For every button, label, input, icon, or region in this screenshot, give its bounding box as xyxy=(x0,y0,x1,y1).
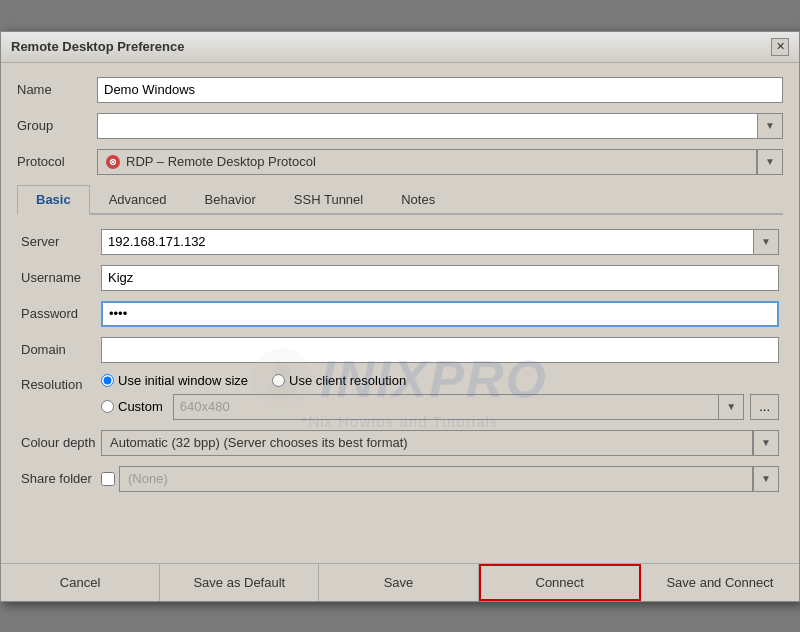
protocol-dropdown-btn[interactable]: ▼ xyxy=(757,149,783,175)
tab-panel: INIXPRO *Nix Howtos and Tutorials Server… xyxy=(17,229,783,549)
dialog-footer: Cancel Save as Default Save Connect Save… xyxy=(1,563,799,601)
tabs-bar: Basic Advanced Behavior SSH Tunnel Notes xyxy=(17,185,783,215)
domain-row: Domain xyxy=(21,337,779,363)
server-input[interactable] xyxy=(101,229,753,255)
group-dropdown-btn[interactable]: ▼ xyxy=(757,113,783,139)
custom-resolution-row: Custom ▼ ... xyxy=(101,394,779,420)
dialog-title: Remote Desktop Preference xyxy=(11,39,184,54)
share-value: (None) xyxy=(128,471,168,486)
password-row: Password xyxy=(21,301,779,327)
protocol-display: ⊗ RDP – Remote Desktop Protocol xyxy=(97,149,757,175)
save-connect-button[interactable]: Save and Connect xyxy=(641,564,799,601)
colour-display: Automatic (32 bpp) (Server chooses its b… xyxy=(101,430,753,456)
title-bar: Remote Desktop Preference ✕ xyxy=(1,32,799,63)
share-checkbox[interactable] xyxy=(101,472,115,486)
tab-notes[interactable]: Notes xyxy=(382,185,454,215)
share-display: (None) xyxy=(119,466,753,492)
share-input-wrapper: (None) ▼ xyxy=(119,466,779,492)
basic-tab-content: Server ▼ Username Password xyxy=(17,229,783,492)
custom-resolution-dropdown-btn[interactable]: ▼ xyxy=(718,394,744,420)
save-button[interactable]: Save xyxy=(319,564,478,601)
resolution-initial-option[interactable]: Use initial window size xyxy=(101,373,248,388)
protocol-row: Protocol ⊗ RDP – Remote Desktop Protocol… xyxy=(17,149,783,175)
name-row: Name xyxy=(17,77,783,103)
username-input[interactable] xyxy=(101,265,779,291)
cancel-button[interactable]: Cancel xyxy=(1,564,160,601)
resolution-label: Resolution xyxy=(21,373,101,392)
domain-input[interactable] xyxy=(101,337,779,363)
username-row: Username xyxy=(21,265,779,291)
domain-label: Domain xyxy=(21,342,101,357)
resolution-initial-radio[interactable] xyxy=(101,374,114,387)
tab-behavior[interactable]: Behavior xyxy=(186,185,275,215)
protocol-value: RDP – Remote Desktop Protocol xyxy=(126,154,316,169)
dialog-content: Name Group ▼ Protocol ⊗ RDP – Remote Des… xyxy=(1,63,799,563)
share-field-wrapper: (None) ▼ xyxy=(101,466,779,492)
resolution-row: Resolution Use initial window size Use c… xyxy=(21,373,779,420)
custom-label: Custom xyxy=(118,399,163,414)
group-field-wrapper: ▼ xyxy=(97,113,783,139)
name-label: Name xyxy=(17,82,97,97)
server-row: Server ▼ xyxy=(21,229,779,255)
colour-depth-row: Colour depth Automatic (32 bpp) (Server … xyxy=(21,430,779,456)
resolution-client-label: Use client resolution xyxy=(289,373,406,388)
resolution-custom-radio[interactable] xyxy=(101,400,114,413)
protocol-icon: ⊗ xyxy=(106,155,120,169)
colour-dropdown-btn[interactable]: ▼ xyxy=(753,430,779,456)
share-dropdown-btn[interactable]: ▼ xyxy=(753,466,779,492)
close-button[interactable]: ✕ xyxy=(771,38,789,56)
colour-field-wrapper: Automatic (32 bpp) (Server chooses its b… xyxy=(101,430,779,456)
ellipsis-button[interactable]: ... xyxy=(750,394,779,420)
server-label: Server xyxy=(21,234,101,249)
password-input[interactable] xyxy=(101,301,779,327)
colour-value: Automatic (32 bpp) (Server chooses its b… xyxy=(110,435,408,450)
protocol-label: Protocol xyxy=(17,154,97,169)
tab-basic[interactable]: Basic xyxy=(17,185,90,215)
username-label: Username xyxy=(21,270,101,285)
group-label: Group xyxy=(17,118,97,133)
colour-label: Colour depth xyxy=(21,435,101,450)
tab-advanced[interactable]: Advanced xyxy=(90,185,186,215)
protocol-field-wrapper: ⊗ RDP – Remote Desktop Protocol ▼ xyxy=(97,149,783,175)
name-input[interactable] xyxy=(97,77,783,103)
save-default-button[interactable]: Save as Default xyxy=(160,564,319,601)
share-folder-row: Share folder (None) ▼ xyxy=(21,466,779,492)
resolution-initial-label: Use initial window size xyxy=(118,373,248,388)
server-field-wrapper: ▼ xyxy=(101,229,779,255)
group-row: Group ▼ xyxy=(17,113,783,139)
password-label: Password xyxy=(21,306,101,321)
resolution-custom-option[interactable]: Custom xyxy=(101,399,163,414)
resolution-client-option[interactable]: Use client resolution xyxy=(272,373,406,388)
remote-desktop-dialog: Remote Desktop Preference ✕ Name Group ▼… xyxy=(0,31,800,602)
resolution-client-radio[interactable] xyxy=(272,374,285,387)
custom-resolution-input[interactable] xyxy=(173,394,718,420)
connect-button[interactable]: Connect xyxy=(479,564,641,601)
server-dropdown-btn[interactable]: ▼ xyxy=(753,229,779,255)
group-input[interactable] xyxy=(97,113,757,139)
tab-ssh-tunnel[interactable]: SSH Tunnel xyxy=(275,185,382,215)
share-label: Share folder xyxy=(21,471,101,486)
